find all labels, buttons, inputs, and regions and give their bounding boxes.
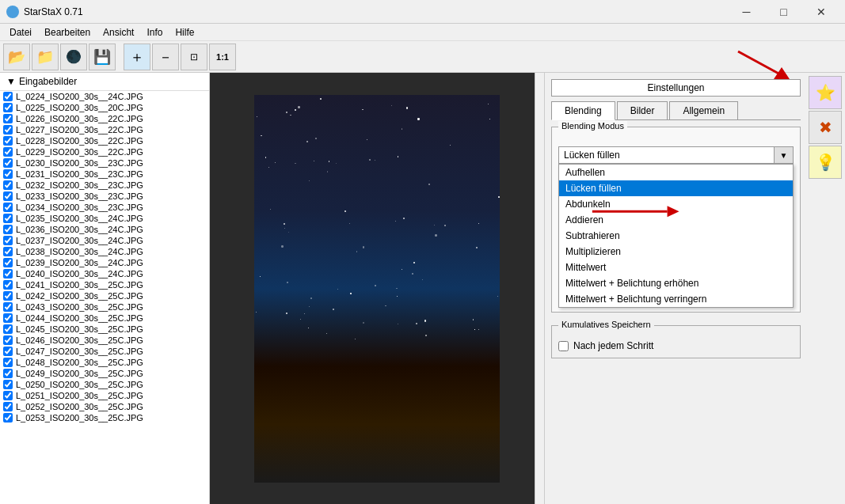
tab-blending[interactable]: Blending — [551, 101, 615, 120]
close-button[interactable]: ✕ — [803, 0, 839, 24]
list-item[interactable]: L_0230_ISO200_30s__23C.JPG — [0, 157, 209, 169]
file-checkbox[interactable] — [3, 114, 13, 123]
file-checkbox[interactable] — [3, 158, 13, 168]
list-item[interactable]: L_0247_ISO200_30s__25C.JPG — [0, 346, 209, 357]
menu-datei[interactable]: Datei — [3, 25, 38, 40]
list-item[interactable]: L_0234_ISO200_30s__23C.JPG — [0, 202, 209, 213]
list-item[interactable]: L_0233_ISO200_30s__23C.JPG — [0, 191, 209, 202]
tab-allgemein[interactable]: Allgemein — [669, 101, 738, 119]
collapse-arrow[interactable]: ▼ — [6, 76, 16, 87]
list-item[interactable]: L_0242_ISO200_30s__25C.JPG — [0, 290, 209, 301]
file-checkbox[interactable] — [3, 247, 13, 256]
file-checkbox[interactable] — [3, 214, 13, 223]
cancel-button[interactable]: ✖ — [809, 111, 842, 144]
file-checkbox[interactable] — [3, 203, 13, 212]
file-checkbox[interactable] — [3, 225, 13, 234]
zoom-100-button[interactable]: 1:1 — [209, 44, 236, 70]
list-item[interactable]: L_0241_ISO200_30s__25C.JPG — [0, 279, 209, 290]
list-item[interactable]: L_0248_ISO200_30s__25C.JPG — [0, 357, 209, 368]
file-checkbox[interactable] — [3, 136, 13, 146]
file-checkbox[interactable] — [3, 413, 13, 423]
file-checkbox[interactable] — [3, 324, 13, 334]
list-item[interactable]: L_0252_ISO200_30s__25C.JPG — [0, 401, 209, 412]
menu-info[interactable]: Info — [140, 25, 169, 40]
file-checkbox[interactable] — [3, 103, 13, 112]
option-subtrahieren[interactable]: Subtrahieren — [559, 228, 793, 244]
file-checkbox[interactable] — [3, 269, 13, 279]
file-checkbox[interactable] — [3, 180, 13, 190]
option-multiplizieren[interactable]: Multiplizieren — [559, 244, 793, 260]
file-checkbox[interactable] — [3, 402, 13, 411]
minimize-button[interactable]: ─ — [729, 0, 764, 24]
list-item[interactable]: L_0240_ISO200_30s__24C.JPG — [0, 268, 209, 279]
open-files-button[interactable]: 📂 — [3, 44, 30, 70]
file-checkbox[interactable] — [3, 169, 13, 179]
tab-bilder[interactable]: Bilder — [617, 101, 668, 119]
option-abdunkeln[interactable]: Abdunkeln — [559, 196, 793, 212]
file-checkbox[interactable] — [3, 147, 13, 157]
option-mittelwert[interactable]: Mittelwert — [559, 260, 793, 275]
save-button[interactable]: 💾 — [89, 44, 116, 70]
file-checkbox[interactable] — [3, 313, 13, 323]
list-item[interactable]: L_0238_ISO200_30s__24C.JPG — [0, 246, 209, 257]
file-checkbox[interactable] — [3, 191, 13, 201]
list-item[interactable]: L_0239_ISO200_30s__24C.JPG — [0, 257, 209, 268]
list-item[interactable]: L_0243_ISO200_30s__25C.JPG — [0, 301, 209, 313]
file-checkbox[interactable] — [3, 358, 13, 367]
nach-jedem-checkbox[interactable] — [558, 341, 569, 351]
file-checkbox[interactable] — [3, 291, 13, 301]
menu-hilfe[interactable]: Hilfe — [169, 25, 200, 40]
dropdown-selected-display[interactable]: Lücken füllen ▼ — [558, 146, 794, 164]
file-checkbox[interactable] — [3, 258, 13, 267]
list-item[interactable]: L_0249_ISO200_30s__25C.JPG — [0, 368, 209, 379]
zoom-in-button[interactable]: ＋ — [124, 44, 150, 70]
list-item[interactable]: L_0235_ISO200_30s__24C.JPG — [0, 213, 209, 224]
preview-button[interactable]: 💡 — [809, 146, 842, 179]
zoom-out-button[interactable]: － — [152, 44, 179, 70]
option-luecken-fuellen[interactable]: Lücken füllen — [559, 180, 793, 196]
list-item[interactable]: L_0244_ISO200_30s__25C.JPG — [0, 313, 209, 324]
option-addieren[interactable]: Addieren — [559, 212, 793, 228]
list-item[interactable]: L_0224_ISO200_30s__24C.JPG — [0, 91, 209, 102]
file-checkbox[interactable] — [3, 302, 13, 312]
vertical-scrollbar[interactable] — [535, 73, 544, 504]
dark-frame-button[interactable]: 🌑 — [60, 44, 87, 70]
file-name: L_0232_ISO200_30s__23C.JPG — [16, 180, 143, 190]
option-mittelwert-erhoehen[interactable]: Mittelwert + Belichtung erhöhen — [559, 275, 793, 291]
list-item[interactable]: L_0229_ISO200_30s__22C.JPG — [0, 146, 209, 157]
process-button[interactable]: ⭐ — [809, 76, 842, 109]
list-item[interactable]: L_0228_ISO200_30s__22C.JPG — [0, 135, 209, 146]
file-checkbox[interactable] — [3, 236, 13, 245]
option-mittelwert-verringern[interactable]: Mittelwert + Belichtung verringern — [559, 291, 793, 307]
settings-panel: Einstellungen Blending Bilder Allgemein … — [545, 73, 845, 504]
maximize-button[interactable]: □ — [766, 0, 801, 24]
list-item[interactable]: L_0225_ISO200_30s__20C.JPG — [0, 102, 209, 113]
file-list-scroll[interactable]: L_0224_ISO200_30s__24C.JPGL_0225_ISO200_… — [0, 91, 209, 504]
file-checkbox[interactable] — [3, 280, 13, 290]
menu-ansicht[interactable]: Ansicht — [97, 25, 140, 40]
list-item[interactable]: L_0227_ISO200_30s__22C.JPG — [0, 124, 209, 135]
list-item[interactable]: L_0226_ISO200_30s__22C.JPG — [0, 113, 209, 124]
file-name: L_0246_ISO200_30s__25C.JPG — [16, 335, 143, 345]
list-item[interactable]: L_0246_ISO200_30s__25C.JPG — [0, 335, 209, 346]
list-item[interactable]: L_0231_ISO200_30s__23C.JPG — [0, 169, 209, 180]
list-item[interactable]: L_0253_ISO200_30s__25C.JPG — [0, 412, 209, 423]
file-name: L_0243_ISO200_30s__25C.JPG — [16, 302, 143, 312]
file-checkbox[interactable] — [3, 125, 13, 135]
list-item[interactable]: L_0236_ISO200_30s__24C.JPG — [0, 224, 209, 235]
list-item[interactable]: L_0232_ISO200_30s__23C.JPG — [0, 180, 209, 191]
list-item[interactable]: L_0237_ISO200_30s__24C.JPG — [0, 235, 209, 246]
file-checkbox[interactable] — [3, 335, 13, 345]
file-checkbox[interactable] — [3, 391, 13, 400]
file-checkbox[interactable] — [3, 380, 13, 389]
list-item[interactable]: L_0245_ISO200_30s__25C.JPG — [0, 324, 209, 335]
file-checkbox[interactable] — [3, 347, 13, 356]
fit-button[interactable]: ⊡ — [181, 44, 207, 70]
list-item[interactable]: L_0251_ISO200_30s__25C.JPG — [0, 390, 209, 401]
list-item[interactable]: L_0250_ISO200_30s__25C.JPG — [0, 379, 209, 390]
file-checkbox[interactable] — [3, 92, 13, 101]
open-folder-button[interactable]: 📁 — [32, 44, 59, 70]
option-aufhellen[interactable]: Aufhellen — [559, 165, 793, 180]
file-checkbox[interactable] — [3, 369, 13, 378]
menu-bearbeiten[interactable]: Bearbeiten — [38, 25, 97, 40]
